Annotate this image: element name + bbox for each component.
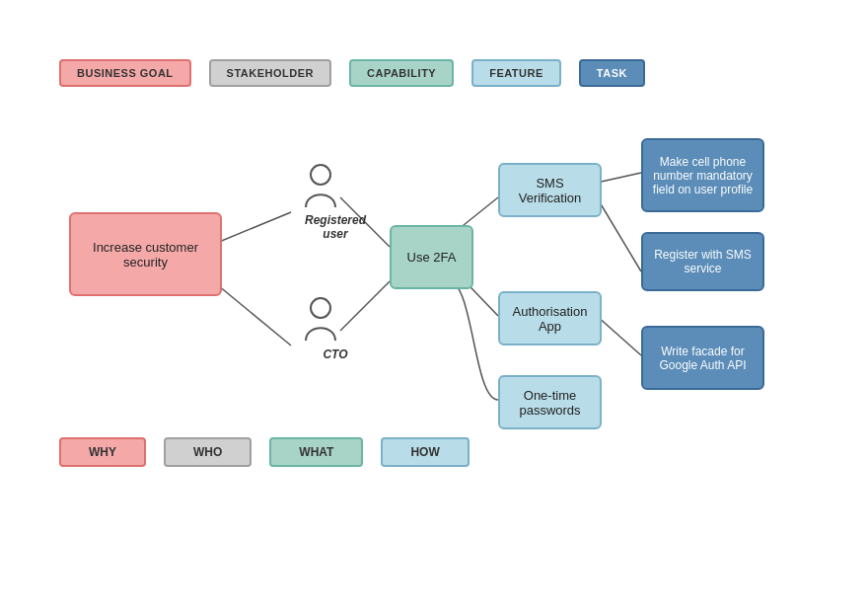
feature-sms-label: SMS Verification [508,176,592,205]
task-2-label: Register with SMS service [651,248,755,275]
feature-sms-node: SMS Verification [498,163,602,217]
feature-otp-node: One-time passwords [498,375,602,429]
diagram: Increase customer security Registered us… [39,118,829,444]
legend-capability: CAPABILITY [349,59,454,87]
svg-line-3 [340,281,390,331]
legend-stakeholder: STAKEHOLDER [209,59,331,87]
registered-user-label: Registered user [291,213,380,241]
feature-otp-label: One-time passwords [508,388,592,418]
cto-icon [301,296,340,346]
capability-label: Use 2FA [407,250,457,265]
legend-top: BUSINESS GOAL STAKEHOLDER CAPABILITY FEA… [59,59,645,87]
feature-auth-label: Authorisation App [508,304,592,334]
registered-user-icon [301,163,340,212]
task-2-node: Register with SMS service [641,232,764,291]
svg-point-9 [311,165,330,185]
svg-line-8 [597,316,641,355]
person-svg-registered [301,163,340,212]
capability-node: Use 2FA [390,225,473,289]
legend-task: TASK [579,59,645,87]
svg-line-6 [597,173,641,183]
task-3-node: Write facade for Google Auth API [641,326,764,390]
business-goal-node: Increase customer security [69,212,222,296]
person-svg-cto [301,296,340,346]
task-1-label: Make cell phone number mandatory field o… [651,155,755,196]
business-goal-label: Increase customer security [81,240,210,269]
feature-auth-node: Authorisation App [498,291,602,346]
svg-point-10 [311,298,330,318]
task-1-node: Make cell phone number mandatory field o… [641,138,764,212]
legend-business-goal: BUSINESS GOAL [59,59,191,87]
legend-feature: FEATURE [471,59,561,87]
cto-label: CTO [306,347,365,361]
svg-line-7 [597,197,641,271]
task-3-label: Write facade for Google Auth API [651,345,755,372]
